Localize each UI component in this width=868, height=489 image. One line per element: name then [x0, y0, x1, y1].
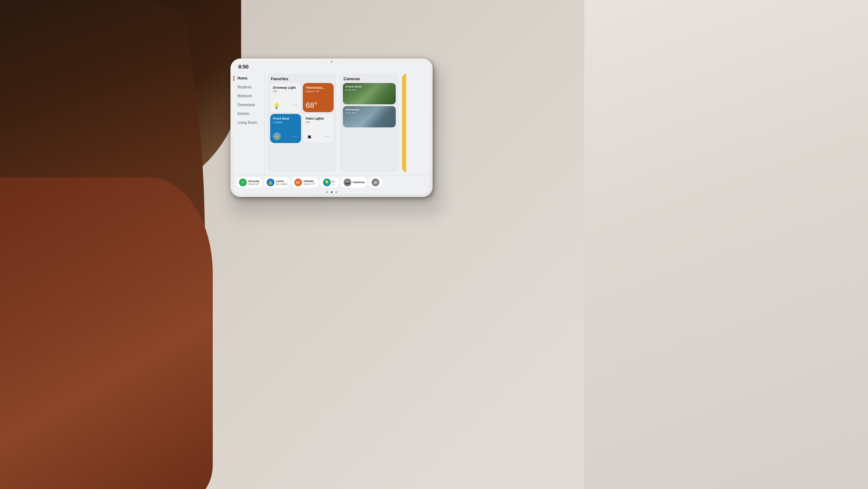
climate-label: Climate	[304, 180, 316, 183]
cameras-pill[interactable]: 📷 Cameras	[341, 177, 368, 188]
cameras-bottom-icon: 📷	[344, 178, 351, 186]
driveway-camera-overlay: Driveway 8:49 AM	[343, 106, 396, 127]
locks-sub: All Locked	[276, 183, 287, 185]
driveway-camera-name: Driveway	[345, 108, 393, 111]
patio-lights-icon: ▣	[306, 133, 313, 140]
favorites-title: Favorites	[270, 77, 334, 81]
page-dot-1[interactable]	[326, 191, 328, 193]
security-label: Security	[248, 180, 260, 183]
driveway-light-name: Driveway Light	[273, 86, 298, 90]
main-content: Favorites Driveway Light Off 💡 ⋯	[265, 71, 430, 175]
sidebar-item-downstairs[interactable]: Downstairs	[233, 100, 264, 109]
front-door-status: Locked	[273, 121, 298, 124]
front-door-name: Front Door	[273, 117, 298, 121]
cameras-panel: Cameras Front Door 8:48 AM	[340, 74, 399, 172]
locks-pill[interactable]: 🔒 Locks All Locked	[264, 177, 290, 188]
driveway-camera-time: 8:49 AM	[345, 111, 393, 115]
camera-list: Front Door 8:48 AM Driveway 8:49 AM	[343, 83, 396, 127]
page-dot-3[interactable]	[335, 191, 337, 193]
front-door-camera-name: Front Door	[345, 85, 393, 88]
sidebar-item-home[interactable]: Home	[233, 74, 264, 83]
front-door-camera-overlay: Front Door 8:48 AM	[343, 83, 396, 104]
lights-icon: 💡	[323, 178, 331, 186]
thermostat-name: Thermosta...	[306, 86, 331, 90]
patio-lights-more-button[interactable]: ⋯	[324, 133, 331, 140]
patio-lights-status: Off	[306, 121, 331, 124]
tablet-screen: 8:50 Home Routines Bedroom Downsta	[233, 61, 430, 194]
sidebar-item-routines[interactable]: Routines	[233, 83, 264, 92]
front-door-tile[interactable]: Front Door Locked 🔒 ⋯	[270, 114, 301, 143]
driveway-light-status: Off	[273, 90, 298, 93]
driveway-light-more-button[interactable]: ⋯	[291, 102, 298, 109]
sidebar-item-living-room[interactable]: Living Room	[233, 118, 264, 127]
cameras-bottom-label: Cameras	[353, 181, 365, 184]
security-icon: 🛡	[239, 178, 247, 186]
locks-icon: 🔒	[267, 178, 274, 186]
wall-right	[584, 0, 868, 489]
lights-label: L...	[332, 180, 336, 183]
page-dots	[233, 189, 430, 194]
security-pill[interactable]: 🛡 Security Disarmed	[236, 177, 262, 188]
security-sub: Disarmed	[248, 183, 260, 185]
camera-dot	[331, 61, 333, 62]
locks-label: Locks	[276, 180, 287, 183]
front-door-camera-time: 8:48 AM	[345, 88, 393, 92]
grid-button[interactable]: ⊞	[369, 177, 382, 188]
climate-icon: 68°	[294, 178, 302, 186]
climate-sub: Heat to 70°	[304, 183, 316, 185]
lights-sub: 2...	[332, 183, 336, 185]
patio-lights-name: Patio Lights	[306, 117, 331, 121]
front-door-camera-tile[interactable]: Front Door 8:48 AM	[343, 83, 396, 104]
sidebar-item-bedroom[interactable]: Bedroom	[233, 92, 264, 100]
thermostat-status: Heat to 70°	[306, 90, 331, 93]
thermostat-temp: 68°	[306, 101, 331, 109]
sidebar-item-kitchen[interactable]: Kitchen	[233, 109, 264, 118]
driveway-light-tile[interactable]: Driveway Light Off 💡 ⋯	[270, 83, 301, 112]
bottom-bar: 🛡 Security Disarmed 🔒 Locks All Locked	[233, 175, 430, 189]
grid-icon: ⊞	[372, 178, 379, 186]
cameras-title: Cameras	[343, 77, 396, 81]
lights-pill[interactable]: 💡 L... 2...	[320, 177, 339, 188]
sidebar: Home Routines Bedroom Downstairs Kitchen	[233, 71, 265, 175]
patio-lights-tile[interactable]: Patio Lights Off ▣ ⋯	[303, 114, 334, 143]
favorites-grid: Driveway Light Off 💡 ⋯	[270, 83, 334, 143]
smart-display-device: 8:50 Home Routines Bedroom Downsta	[230, 59, 433, 202]
front-door-more-button[interactable]: ⋯	[291, 133, 298, 140]
person-shirt	[0, 177, 213, 489]
screen-content: Home Routines Bedroom Downstairs Kitchen	[233, 71, 430, 175]
status-bar: 8:50	[233, 61, 430, 71]
driveway-camera-tile[interactable]: Driveway 8:49 AM	[343, 106, 396, 127]
status-time: 8:50	[238, 64, 249, 70]
partial-panel	[402, 74, 406, 172]
front-door-lock-icon: 🔒	[273, 132, 281, 140]
favorites-panel: Favorites Driveway Light Off 💡 ⋯	[267, 74, 336, 172]
thermostat-tile[interactable]: Thermosta... Heat to 70° 68°	[303, 83, 334, 112]
driveway-light-icon: 💡	[273, 103, 280, 109]
page-dot-2[interactable]	[331, 191, 333, 193]
tablet-frame: 8:50 Home Routines Bedroom Downsta	[230, 59, 433, 197]
climate-pill[interactable]: 68° Climate Heat to 70°	[291, 177, 319, 188]
